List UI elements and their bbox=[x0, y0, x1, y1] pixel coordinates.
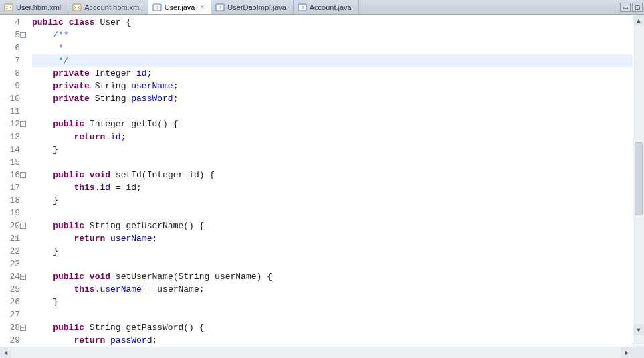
token-plain: ; bbox=[152, 232, 157, 245]
line-number: 18 bbox=[0, 194, 20, 207]
code-line[interactable]: /** bbox=[32, 29, 633, 41]
code-line[interactable]: return userName; bbox=[32, 232, 633, 245]
tab-account-hbm-xml[interactable]: Account.hbm.xml bbox=[68, 0, 148, 14]
line-number-text: 9 bbox=[15, 81, 20, 91]
token-kw: class bbox=[69, 16, 95, 29]
code-line[interactable]: this.userName = userName; bbox=[32, 283, 633, 296]
token-plain: ; bbox=[173, 92, 179, 105]
token-kw: return bbox=[74, 232, 105, 245]
scroll-left-button[interactable]: ◄ bbox=[0, 347, 11, 359]
token-plain: } bbox=[32, 296, 58, 308]
token-kw: public bbox=[53, 270, 84, 283]
line-number-text: 23 bbox=[9, 259, 20, 269]
token-plain bbox=[32, 283, 74, 296]
java-file-icon: J bbox=[215, 3, 225, 12]
token-plain: String bbox=[90, 80, 131, 92]
xml-file-icon bbox=[72, 3, 82, 12]
code-line[interactable] bbox=[32, 308, 633, 321]
token-cm: */ bbox=[58, 54, 69, 67]
scroll-thumb-vertical[interactable] bbox=[635, 142, 643, 215]
code-line[interactable]: public class User { bbox=[32, 16, 633, 29]
maximize-button[interactable]: ▢ bbox=[632, 3, 643, 12]
line-number: 23 bbox=[0, 258, 20, 270]
line-number-text: 22 bbox=[9, 246, 20, 256]
svg-rect-0 bbox=[5, 4, 13, 11]
scroll-up-button[interactable]: ▲ bbox=[633, 15, 644, 26]
code-line[interactable]: this.id = id; bbox=[32, 181, 633, 194]
code-line[interactable]: } bbox=[32, 143, 633, 156]
code-line[interactable]: return passWord; bbox=[32, 334, 633, 347]
token-kw: public bbox=[53, 219, 84, 232]
token-plain: String getUserName() { bbox=[84, 219, 204, 232]
java-file-icon: J bbox=[298, 3, 307, 12]
tab-userdaoimpl-java[interactable]: JUserDaoImpl.java bbox=[211, 0, 293, 14]
line-number: 4 bbox=[0, 16, 20, 29]
code-line[interactable]: } bbox=[32, 296, 633, 308]
code-line[interactable]: public void setUserName(String userName)… bbox=[32, 270, 633, 283]
code-line[interactable]: */ bbox=[32, 54, 633, 67]
code-line[interactable] bbox=[32, 105, 633, 118]
line-number-text: 29 bbox=[9, 335, 20, 345]
code-area[interactable]: public class User { /** * */ private Int… bbox=[23, 15, 633, 347]
code-line[interactable]: private Integer id; bbox=[32, 67, 633, 80]
code-line[interactable] bbox=[32, 156, 633, 169]
code-line[interactable]: } bbox=[32, 245, 633, 258]
token-plain: } bbox=[32, 143, 58, 156]
tab-account-java[interactable]: JAccount.java bbox=[294, 0, 359, 14]
line-number: 11 bbox=[0, 105, 20, 118]
code-line[interactable]: public String getUserName() { bbox=[32, 219, 633, 232]
token-plain: = userName; bbox=[142, 283, 205, 296]
line-number-text: 19 bbox=[9, 208, 20, 218]
line-number: 17 bbox=[0, 181, 20, 194]
token-plain: ; bbox=[121, 130, 126, 143]
line-number: 6 bbox=[0, 41, 20, 54]
code-line[interactable] bbox=[32, 258, 633, 270]
tab-user-hbm-xml[interactable]: User.hbm.xml bbox=[0, 0, 68, 14]
code-line[interactable]: public void setId(Integer id) { bbox=[32, 169, 633, 181]
token-plain: User { bbox=[95, 16, 132, 29]
token-plain: Integer getId() { bbox=[84, 118, 178, 130]
line-number: 28− bbox=[0, 321, 20, 334]
token-plain: ; bbox=[152, 334, 157, 347]
scroll-down-button[interactable]: ▼ bbox=[633, 324, 644, 335]
code-line[interactable] bbox=[32, 207, 633, 219]
token-plain: ; bbox=[147, 67, 152, 80]
token-kw: this bbox=[74, 181, 94, 194]
line-number: 5− bbox=[0, 29, 20, 41]
token-plain: Integer bbox=[90, 67, 136, 80]
vertical-scrollbar[interactable]: ▲ ▼ bbox=[633, 15, 644, 347]
line-number: 21 bbox=[0, 232, 20, 245]
minimize-button[interactable]: ▭ bbox=[620, 3, 631, 12]
token-kw: return bbox=[74, 130, 105, 143]
code-line[interactable]: public Integer getId() { bbox=[32, 118, 633, 130]
token-plain: setUserName(String userName) { bbox=[110, 270, 272, 283]
code-line[interactable]: private String passWord; bbox=[32, 92, 633, 105]
token-kw: void bbox=[90, 270, 110, 283]
token-fld: passWord bbox=[110, 334, 152, 347]
line-number: 15 bbox=[0, 156, 20, 169]
scroll-right-button[interactable]: ► bbox=[621, 347, 633, 359]
line-number-text: 10 bbox=[9, 94, 20, 104]
svg-text:J: J bbox=[219, 5, 221, 11]
token-plain: } bbox=[32, 194, 58, 207]
line-number: 7 bbox=[0, 54, 20, 67]
code-line[interactable]: private String userName; bbox=[32, 80, 633, 92]
line-number-text: 17 bbox=[9, 183, 20, 193]
code-line[interactable]: } bbox=[32, 194, 633, 207]
horizontal-scrollbar[interactable]: ◄ ► bbox=[0, 347, 644, 358]
line-number-text: 27 bbox=[9, 310, 20, 320]
code-line[interactable]: public String getPassWord() { bbox=[32, 321, 633, 334]
line-number: 29 bbox=[0, 334, 20, 347]
code-line[interactable]: return id; bbox=[32, 130, 633, 143]
line-number: 19 bbox=[0, 207, 20, 219]
token-kw: public bbox=[53, 169, 84, 181]
token-plain bbox=[32, 54, 58, 67]
token-plain bbox=[105, 232, 110, 245]
tab-label: Account.java bbox=[310, 3, 352, 11]
token-plain bbox=[84, 169, 90, 181]
token-kw: public bbox=[32, 16, 64, 29]
line-number-text: 5 bbox=[15, 30, 20, 40]
tab-user-java[interactable]: JUser.java× bbox=[148, 0, 212, 14]
code-line[interactable]: * bbox=[32, 41, 633, 54]
close-icon[interactable]: × bbox=[200, 3, 204, 11]
